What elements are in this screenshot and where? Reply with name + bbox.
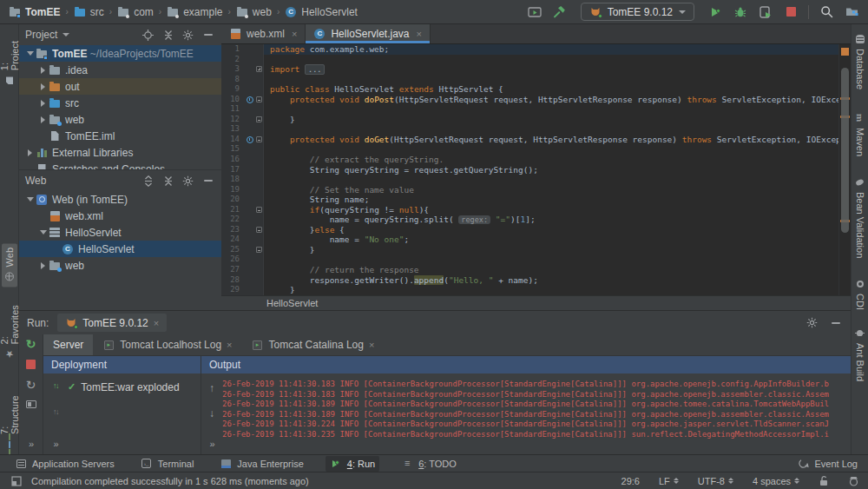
fold-marker-icon[interactable] [256, 136, 262, 142]
deploy-all-icon[interactable]: ↑↓ [53, 381, 58, 390]
code-line-12[interactable]: 12 } [221, 115, 838, 125]
tree-item-scratches-and-consoles[interactable]: Scratches and Consoles [19, 161, 221, 170]
chevron-right-icon[interactable] [37, 67, 49, 74]
toolwindow-button-6-todo[interactable]: ≡6: TODO [397, 456, 461, 472]
tree-item-idea[interactable]: .idea [19, 62, 221, 78]
run-button[interactable] [707, 4, 723, 20]
refresh-deployment-icon[interactable]: ↻ [26, 379, 36, 391]
fold-marker-icon[interactable] [256, 227, 262, 233]
code-line-25[interactable]: 25 } [221, 245, 838, 255]
server-log-output[interactable]: 26-Feb-2019 11:41:30.183 INFO [Container… [222, 373, 851, 454]
tree-item-src[interactable]: src [19, 95, 221, 111]
indent-selector[interactable]: 4 spaces [753, 476, 799, 486]
code-line-21[interactable]: 21 if(queryString != null){ [221, 205, 838, 215]
editor-tab-web-xml[interactable]: web.xml× [221, 24, 306, 43]
tool-tab-bean-validation[interactable]: Bean Validation [852, 172, 868, 262]
more-actions-icon[interactable]: » [29, 439, 33, 449]
rerun-server-icon[interactable]: ↻ [26, 338, 36, 350]
override-method-icon[interactable] [247, 136, 253, 143]
chevron-right-icon[interactable] [37, 116, 49, 123]
chevron-down-icon[interactable] [24, 197, 36, 202]
project-structure-icon[interactable] [844, 4, 859, 20]
run-tab-server[interactable]: Server [43, 334, 93, 355]
settings-gear-icon[interactable] [805, 316, 819, 330]
scroll-up-icon[interactable]: ↑ [209, 382, 214, 394]
toolwindow-button-4-run[interactable]: 4: Run [326, 456, 379, 472]
code-editor[interactable]: 1package com.example.web;23import ...89p… [221, 44, 838, 295]
breadcrumb-item-tomee[interactable]: TomEE [9, 6, 60, 18]
chevron-right-icon[interactable] [37, 262, 49, 269]
tree-item-web-xml[interactable]: web.xml [19, 208, 221, 224]
locate-file-icon[interactable] [141, 28, 155, 42]
chevron-down-icon[interactable] [62, 33, 69, 36]
tree-item-external-libraries[interactable]: External Libraries [19, 144, 221, 161]
tool-tab-2-favorites[interactable]: ★2: Favorites [0, 294, 22, 364]
code-line-9[interactable]: 9public class HelloServlet extends HttpS… [221, 84, 838, 95]
editor-breadcrumb-item[interactable]: HelloServlet [266, 298, 318, 308]
code-line-11[interactable]: 11 [221, 104, 838, 115]
run-dashboard-icon[interactable] [527, 4, 542, 20]
code-line-13[interactable]: 13 [221, 124, 838, 135]
breadcrumb-item-helloservlet[interactable]: CHelloServlet [285, 6, 358, 18]
event-log-button[interactable]: Event Log [798, 458, 858, 469]
caret-position[interactable]: 29:6 [621, 476, 640, 486]
code-line-26[interactable]: 26 [221, 254, 838, 265]
code-line-24[interactable]: 24 name = "No one"; [221, 235, 838, 245]
chevron-down-icon[interactable] [24, 51, 36, 56]
fold-marker-icon[interactable] [256, 96, 262, 102]
deployment-row[interactable]: ✓ TomEE:war exploded [68, 373, 180, 454]
run-tab-tomcat-localhost-log[interactable]: ▸Tomcat Localhost Log× [93, 334, 241, 355]
code-line-8[interactable]: 8 [221, 75, 838, 85]
close-icon[interactable]: × [369, 340, 374, 350]
code-line-29[interactable]: 29 } [221, 285, 838, 295]
fold-marker-icon[interactable] [256, 247, 262, 253]
code-line-16[interactable]: 16 // extract the queryString. [221, 155, 838, 165]
toolwindow-switcher-icon[interactable] [9, 473, 24, 489]
stop-server-icon[interactable] [26, 360, 36, 369]
tree-item-out[interactable]: out [19, 78, 221, 95]
code-line-28[interactable]: 28 response.getWriter().append("Hello, "… [221, 275, 838, 286]
status-message[interactable]: Compilation completed successfully in 1 … [31, 476, 309, 486]
toolwindow-button-terminal[interactable]: ›_Terminal [136, 456, 199, 472]
hide-panel-icon[interactable] [828, 316, 843, 330]
editor-tab-helloservlet-java[interactable]: CHelloServlet.java× [306, 24, 430, 43]
close-icon[interactable]: × [227, 340, 232, 350]
run-config-tab[interactable]: TomEE 9.0.12 × [57, 314, 167, 332]
editor-scrollbar[interactable] [838, 44, 851, 295]
scrollbar-thumb[interactable] [841, 68, 849, 233]
code-line-22[interactable]: 22 name = queryString.split( regex: "=")… [221, 215, 838, 225]
tool-tab-7-structure[interactable]: 7: Structure [0, 385, 22, 454]
close-icon[interactable]: × [417, 29, 422, 39]
tool-tab-ant-build[interactable]: Ant Build [852, 323, 868, 386]
breadcrumb-item-example[interactable]: example [167, 6, 222, 18]
line-separator-selector[interactable]: LF [659, 476, 679, 486]
collapse-all-icon[interactable] [161, 28, 175, 42]
code-line-14[interactable]: 14 protected void doGet(HttpServletReque… [221, 135, 838, 145]
settings-gear-icon[interactable] [181, 28, 195, 42]
tree-item-web[interactable]: web [19, 111, 221, 128]
tree-item-helloservlet[interactable]: CHelloServlet [19, 241, 221, 257]
more-actions-icon[interactable]: » [53, 439, 57, 449]
code-line-19[interactable]: 19 // Set the name value [221, 185, 838, 195]
expand-all-icon[interactable] [141, 174, 155, 188]
tree-item-web[interactable]: web [19, 257, 221, 274]
code-line-10[interactable]: 10 protected void doPost(HttpServletRequ… [221, 95, 838, 105]
build-hammer-icon[interactable] [552, 4, 568, 20]
code-line-2[interactable]: 2 [221, 55, 838, 65]
debug-button[interactable] [733, 4, 748, 20]
tree-item-tomee-iml[interactable]: TomEE.iml [19, 128, 221, 144]
more-actions-icon[interactable]: » [209, 439, 214, 449]
code-line-17[interactable]: 17 String queryString = request.getQuery… [221, 165, 838, 175]
code-line-1[interactable]: 1package com.example.web; [221, 44, 838, 55]
encoding-selector[interactable]: UTF-8 [698, 476, 733, 486]
fold-marker-icon[interactable] [256, 66, 262, 72]
fold-marker-icon[interactable] [256, 207, 262, 213]
tree-item-helloservlet[interactable]: HelloServlet [19, 224, 221, 241]
override-method-icon[interactable] [247, 96, 253, 103]
tool-tab-web[interactable]: Web [2, 243, 17, 287]
code-line-23[interactable]: 23 }else { [221, 225, 838, 235]
tree-item-web-in-tomee[interactable]: Web (in TomEE) [19, 191, 221, 208]
chevron-down-icon[interactable] [37, 230, 49, 235]
code-line-18[interactable]: 18 [221, 175, 838, 185]
code-line-27[interactable]: 27 // return the response [221, 265, 838, 275]
